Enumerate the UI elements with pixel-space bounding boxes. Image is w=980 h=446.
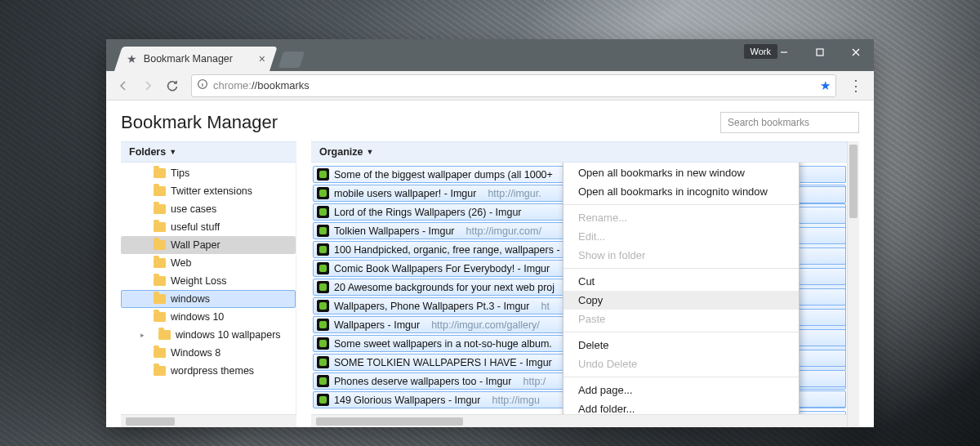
scrollbar-thumb[interactable] <box>316 417 463 426</box>
horizontal-scrollbar[interactable] <box>121 414 296 427</box>
bookmark-title: Some of the biggest wallpaper dumps (all… <box>334 169 553 181</box>
vertical-scrollbar[interactable] <box>847 141 859 427</box>
browser-tab[interactable]: ★ Bookmark Manager × <box>114 47 278 71</box>
scrollbar-thumb[interactable] <box>849 145 858 218</box>
folder-row[interactable]: Weight Loss <box>121 272 296 290</box>
folder-row[interactable]: Wall Paper <box>121 236 296 254</box>
context-menu-item: Edit... <box>564 227 799 246</box>
folder-row[interactable]: Windows 8 <box>121 344 296 362</box>
folder-row[interactable]: windows 10 <box>121 308 296 326</box>
browser-window: ★ Bookmark Manager × Work <box>106 39 874 427</box>
star-icon: ★ <box>127 53 137 65</box>
context-menu-item: Show in folder <box>564 246 799 265</box>
site-info-icon[interactable] <box>197 78 208 92</box>
folder-label: windows <box>171 293 210 305</box>
folder-icon <box>154 204 166 214</box>
folder-icon <box>154 258 166 268</box>
folders-column: Folders ▼ TipsTwitter extensionsuse case… <box>121 141 296 427</box>
favicon-icon <box>317 300 329 312</box>
bookmark-title: Some sweet wallpapers in a not-so-huge a… <box>334 338 552 350</box>
folder-row[interactable]: ▸windows 10 wallpapers <box>121 326 296 344</box>
bookmark-url: http://imgur. <box>488 188 541 199</box>
browser-menu-button[interactable]: ⋮ <box>844 77 867 95</box>
page-header: Bookmark Manager <box>106 100 874 141</box>
favicon-icon <box>317 225 329 237</box>
favicon-icon <box>317 187 329 199</box>
context-menu-separator <box>564 204 799 205</box>
folder-row[interactable]: use cases <box>121 200 296 218</box>
folders-list[interactable]: TipsTwitter extensionsuse casesuseful st… <box>121 163 296 414</box>
bookmark-url: http://imgur.com/ <box>466 225 541 237</box>
favicon-icon <box>317 375 329 387</box>
context-menu-item[interactable]: Open all bookmarks in new window <box>564 163 799 182</box>
new-tab-button[interactable] <box>278 51 305 68</box>
forward-button[interactable] <box>137 75 158 96</box>
bookmark-url: ht <box>541 301 549 312</box>
bookmark-title: Wallpapers - Imgur <box>334 319 420 331</box>
bookmarks-list[interactable]: Some of the biggest wallpaper dumps (all… <box>311 163 859 414</box>
folder-row[interactable]: windows <box>121 290 296 308</box>
window-controls <box>766 39 874 65</box>
folder-row[interactable]: wordpress themes <box>121 362 296 380</box>
favicon-icon <box>317 394 329 406</box>
favicon-icon <box>317 243 329 256</box>
bookmark-title: SOME TOLKIEN WALLPAPERS I HAVE - Imgur <box>334 357 552 368</box>
folder-label: wordpress themes <box>171 365 254 377</box>
chevron-down-icon: ▼ <box>367 148 374 156</box>
chevron-down-icon: ▼ <box>169 148 176 156</box>
close-tab-icon[interactable]: × <box>259 53 265 65</box>
maximize-button[interactable] <box>802 39 838 65</box>
folder-icon <box>154 240 166 250</box>
context-menu-item[interactable]: Copy <box>564 291 799 310</box>
expander-icon[interactable]: ▸ <box>140 331 149 339</box>
context-menu-item[interactable]: Open all bookmarks in incognito window <box>564 182 799 201</box>
folder-row[interactable]: Tips <box>121 164 296 182</box>
favicon-icon <box>317 262 329 274</box>
context-menu[interactable]: Open all bookmarksOpen all bookmarks in … <box>563 163 800 414</box>
tab-title: Bookmark Manager <box>144 53 233 65</box>
folder-label: Wall Paper <box>171 239 220 251</box>
minimize-button[interactable] <box>766 39 802 65</box>
bookmark-star-icon[interactable]: ★ <box>820 78 831 93</box>
bookmark-title: Comic Book Wallpapers For Everybody! - I… <box>334 263 550 274</box>
search-input[interactable] <box>720 112 859 133</box>
folder-icon <box>154 348 166 358</box>
back-button[interactable] <box>113 75 134 96</box>
favicon-icon <box>317 337 329 350</box>
bookmark-manager-page: Bookmark Manager Folders ▼ TipsTwitter e… <box>106 100 874 427</box>
bookmark-title: mobile users wallpaper! - Imgur <box>334 188 476 199</box>
folder-icon <box>154 186 166 196</box>
organize-header-label: Organize <box>319 146 363 158</box>
browser-toolbar: chrome://bookmarks ★ ⋮ <box>106 71 874 100</box>
favicon-icon <box>317 356 329 368</box>
folder-label: windows 10 wallpapers <box>176 329 281 341</box>
context-menu-item[interactable]: Delete <box>564 336 799 355</box>
favicon-icon <box>317 319 329 331</box>
close-window-button[interactable] <box>838 39 874 65</box>
content-area: Folders ▼ TipsTwitter extensionsuse case… <box>106 141 874 427</box>
context-menu-item: Paste <box>564 310 799 328</box>
folder-row[interactable]: Twitter extensions <box>121 182 296 200</box>
url-scheme: chrome: <box>213 79 252 91</box>
scrollbar-thumb[interactable] <box>126 417 175 426</box>
reload-button[interactable] <box>162 75 183 96</box>
bookmark-title: Lord of the Rings Wallpapers (26) - Imgu… <box>334 207 522 218</box>
context-menu-item[interactable]: Cut <box>564 272 799 291</box>
folder-row[interactable]: useful stuff <box>121 218 296 236</box>
url-path: //bookmarks <box>252 79 310 91</box>
bookmark-url: http://imgu <box>492 395 539 406</box>
bookmark-url: http://imgur.com/gallery/ <box>431 319 540 331</box>
folders-header[interactable]: Folders ▼ <box>121 141 296 163</box>
context-menu-item[interactable]: Add folder... <box>564 399 799 414</box>
context-menu-item: Undo Delete <box>564 355 799 373</box>
folder-row[interactable]: Web <box>121 254 296 272</box>
folder-label: useful stuff <box>171 221 220 233</box>
address-bar[interactable]: chrome://bookmarks ★ <box>191 74 836 97</box>
folders-header-label: Folders <box>129 146 166 158</box>
bookmark-title: Tolkien Wallpapers - Imgur <box>334 225 455 237</box>
context-menu-item[interactable]: Add page... <box>564 381 799 399</box>
context-menu-item: Rename... <box>564 208 799 227</box>
folder-icon <box>154 366 166 376</box>
horizontal-scrollbar[interactable] <box>311 414 859 427</box>
organize-header[interactable]: Organize ▼ <box>311 141 859 163</box>
